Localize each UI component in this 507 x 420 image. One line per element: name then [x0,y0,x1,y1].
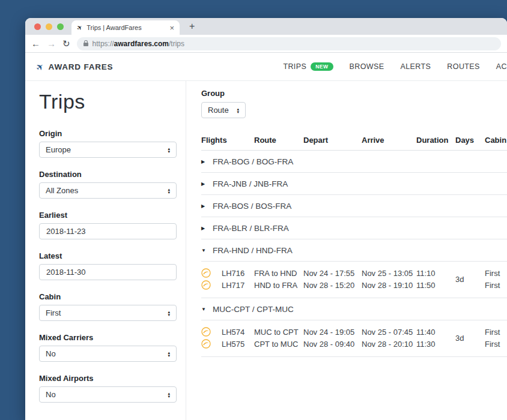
address-bar[interactable]: https://awardfares.com/trips [77,37,501,50]
cabin-label: Cabin [39,292,177,301]
destination-value: All Zones [46,186,78,195]
new-tab-button[interactable]: + [189,21,195,32]
browser-window: ✈ Trips | AwardFares × + ← → ↻ https://a… [25,18,507,420]
back-icon[interactable]: ← [31,39,40,48]
col-header-cabin: Cabin [485,136,507,145]
flight-duration: 11:30 [416,338,455,350]
flight-cabin: First [485,279,507,291]
forward-icon[interactable]: → [47,39,56,48]
route-group-label: FRA-BOS / BOS-FRA [213,202,291,211]
browser-tab[interactable]: ✈ Trips | AwardFares × [71,20,180,35]
col-header-route: Route [254,136,303,145]
flight-depart: Nov 24 - 17:55 [303,267,362,279]
results-panel: Group Route ▴▾ Flights Route Depart Arri… [186,81,507,420]
mixed-carriers-select[interactable]: No ▴▾ [39,346,177,362]
mixed-carriers-value: No [46,349,56,358]
col-header-duration: Duration [416,136,455,145]
flight-cell: LH716 [201,267,254,279]
flight-cabin: First [485,326,507,338]
flight-cell: LH717 [201,279,254,291]
latest-input[interactable] [39,264,177,280]
url-text: https://awardfares.com/trips [93,40,184,48]
route-group-row[interactable]: ▶ FRA-BOS / BOS-FRA [201,195,507,217]
col-header-depart: Depart [303,136,362,145]
flight-route: CPT to MUC [254,338,303,350]
flight-number: LH717 [222,281,244,290]
nav-item-routes[interactable]: ROUTES [447,62,480,71]
flight-number: LH575 [222,340,244,349]
trip-detail-block: LH716 FRA to HND Nov 24 - 17:55 Nov 25 -… [201,262,507,298]
flight-route: FRA to HND [254,267,303,279]
tab-close-icon[interactable]: × [169,23,174,32]
earliest-input[interactable] [39,223,177,239]
desktop-background: { "browser": { "tab": { "title": "Trips … [0,0,507,420]
flight-number: LH574 [222,328,244,337]
brand[interactable]: ✈ AWARD FARES [36,62,113,71]
nav-item-routes-label: ROUTES [447,62,480,71]
mixed-carriers-label: Mixed Carriers [39,333,177,342]
page-title: Trips [39,90,177,113]
flight-cabin: First [485,267,507,279]
close-window-button[interactable] [34,23,41,30]
site-navbar: ✈ AWARD FARES TRIPS NEW BROWSE ALERTS RO… [25,53,507,81]
cabin-field: Cabin First ▴▾ [39,292,177,321]
tab-title: Trips | AwardFares [87,24,165,31]
caret-right-icon: ▶ [201,226,207,231]
route-group-label: FRA-JNB / JNB-FRA [213,179,288,188]
route-group-label: FRA-BLR / BLR-FRA [213,224,289,233]
col-header-flights: Flights [201,136,254,145]
nav-item-browse[interactable]: BROWSE [350,62,384,71]
nav-item-account-label: AC [496,62,507,71]
col-header-arrive: Arrive [362,136,416,145]
window-controls [34,23,64,30]
group-value: Route [208,106,229,115]
select-arrows-icon: ▴▾ [168,147,170,153]
flight-route: HND to FRA [254,279,303,291]
trips-table: Flights Route Depart Arrive Duration Day… [201,133,507,357]
route-group-row[interactable]: ▶ FRA-BOG / BOG-FRA [201,151,507,173]
route-group-row[interactable]: ▶ FRA-JNB / JNB-FRA [201,173,507,195]
route-group-row[interactable]: ▶ FRA-BLR / BLR-FRA [201,217,507,239]
nav-item-browse-label: BROWSE [350,62,384,71]
trip-days: 3d [455,326,485,350]
table-header-row: Flights Route Depart Arrive Duration Day… [201,133,507,151]
cabin-value: First [46,308,61,317]
lufthansa-crane-icon [201,339,211,349]
flight-arrive: Nov 28 - 19:10 [362,279,416,291]
mixed-airports-select[interactable]: No ▴▾ [39,386,177,403]
select-arrows-icon: ▴▾ [168,188,170,194]
lufthansa-crane-icon [201,280,211,290]
mixed-carriers-field: Mixed Carriers No ▴▾ [39,333,177,362]
brand-name: AWARD FARES [49,62,114,71]
origin-select[interactable]: Europe ▴▾ [39,142,177,158]
lufthansa-crane-icon [201,268,211,278]
nav-item-account[interactable]: AC [496,62,507,71]
select-arrows-icon: ▴▾ [168,351,170,357]
reload-icon[interactable]: ↻ [62,39,70,48]
destination-label: Destination [39,170,177,179]
minimize-window-button[interactable] [46,23,52,30]
nav-item-trips[interactable]: TRIPS NEW [283,62,333,71]
lock-icon [83,43,88,46]
plane-favicon-icon: ✈ [76,23,84,32]
mixed-airports-value: No [46,390,56,399]
nav-item-alerts[interactable]: ALERTS [401,62,431,71]
mixed-airports-field: Mixed Airports No ▴▾ [39,374,177,403]
col-header-days: Days [455,136,485,145]
flight-duration: 11:40 [416,326,455,338]
origin-label: Origin [39,129,177,138]
caret-right-icon: ▶ [201,159,207,164]
mixed-airports-label: Mixed Airports [39,374,177,383]
route-group-row-expanded[interactable]: ▼ FRA-HND / HND-FRA [201,239,507,262]
latest-label: Latest [39,251,177,260]
group-select[interactable]: Route ▴▾ [201,102,246,118]
caret-down-icon: ▼ [201,307,207,312]
route-group-row-expanded[interactable]: ▼ MUC-CPT / CPT-MUC [201,298,507,320]
zoom-window-button[interactable] [57,23,64,30]
cabin-select[interactable]: First ▴▾ [39,305,177,321]
nav-item-trips-label: TRIPS [283,62,306,71]
destination-select[interactable]: All Zones ▴▾ [39,182,177,199]
primary-nav: TRIPS NEW BROWSE ALERTS ROUTES AC [283,62,507,71]
caret-down-icon: ▼ [201,248,207,253]
flight-depart: Nov 24 - 19:05 [303,326,362,338]
